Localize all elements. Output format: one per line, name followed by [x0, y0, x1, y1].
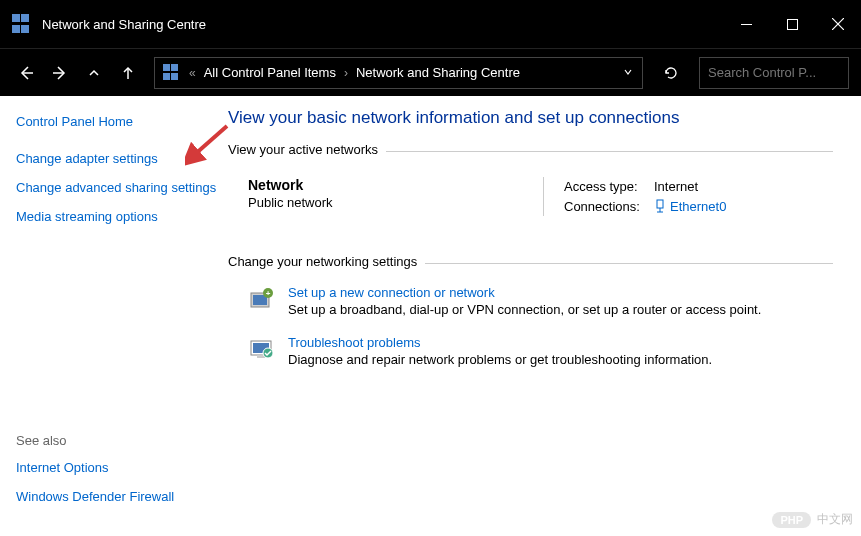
setup-connection-desc: Set up a broadband, dial-up or VPN conne… [288, 302, 761, 317]
control-panel-icon [163, 64, 181, 82]
svg-rect-9 [657, 200, 663, 208]
recent-button[interactable] [80, 59, 108, 87]
see-also-section: See also Internet Options Windows Defend… [16, 427, 218, 524]
change-settings-section: Change your networking settings + Set up… [228, 254, 833, 373]
breadcrumb-prefix: « [189, 66, 196, 80]
watermark-badge: PHP [772, 512, 811, 528]
ethernet-icon [654, 199, 666, 213]
window-title: Network and Sharing Centre [42, 17, 206, 32]
setup-connection-item: + Set up a new connection or network Set… [228, 279, 833, 323]
search-box[interactable] [699, 57, 849, 89]
change-settings-label: Change your networking settings [228, 254, 417, 269]
see-also-label: See also [16, 427, 218, 454]
access-type-row: Access type: Internet [564, 177, 833, 197]
breadcrumb-item-2[interactable]: Network and Sharing Centre [356, 65, 520, 80]
window-controls [723, 0, 861, 48]
address-dropdown[interactable] [622, 64, 634, 82]
refresh-button[interactable] [655, 57, 687, 89]
change-settings-header: Change your networking settings [228, 254, 833, 273]
setup-connection-link[interactable]: Set up a new connection or network [288, 285, 761, 300]
navbar: « All Control Panel Items › Network and … [0, 48, 861, 96]
troubleshoot-icon [248, 335, 276, 363]
access-type-label: Access type: [564, 177, 654, 197]
connections-row: Connections: Ethernet0 [564, 197, 833, 217]
content-area: Control Panel Home Change adapter settin… [0, 96, 861, 536]
network-type: Public network [248, 195, 543, 210]
forward-button[interactable] [46, 59, 74, 87]
active-network-row: Network Public network Access type: Inte… [228, 177, 833, 216]
troubleshoot-item: Troubleshoot problems Diagnose and repai… [228, 329, 833, 373]
change-adapter-settings-link[interactable]: Change adapter settings [16, 145, 218, 174]
troubleshoot-link[interactable]: Troubleshoot problems [288, 335, 712, 350]
connection-link[interactable]: Ethernet0 [654, 197, 726, 217]
watermark-text: 中文网 [817, 511, 853, 528]
up-button[interactable] [114, 59, 142, 87]
search-input[interactable] [708, 65, 861, 80]
divider [425, 263, 833, 264]
connections-label: Connections: [564, 197, 654, 217]
breadcrumb-item-1[interactable]: All Control Panel Items [204, 65, 336, 80]
change-advanced-sharing-link[interactable]: Change advanced sharing settings [16, 174, 218, 203]
access-type-value: Internet [654, 177, 698, 197]
control-panel-home-link[interactable]: Control Panel Home [16, 108, 218, 135]
svg-rect-1 [787, 19, 797, 29]
internet-options-link[interactable]: Internet Options [16, 454, 218, 483]
titlebar: Network and Sharing Centre [0, 0, 861, 48]
troubleshoot-desc: Diagnose and repair network problems or … [288, 352, 712, 367]
address-bar[interactable]: « All Control Panel Items › Network and … [154, 57, 643, 89]
close-button[interactable] [815, 0, 861, 48]
main-panel: View your basic network information and … [218, 96, 861, 536]
network-name: Network [248, 177, 543, 193]
divider [386, 151, 833, 152]
network-details: Access type: Internet Connections: Ether… [543, 177, 833, 216]
watermark: PHP 中文网 [772, 511, 853, 528]
active-networks-header: View your active networks [228, 142, 833, 161]
connection-name: Ethernet0 [670, 197, 726, 217]
setup-connection-icon: + [248, 285, 276, 313]
media-streaming-link[interactable]: Media streaming options [16, 203, 218, 232]
minimize-button[interactable] [723, 0, 769, 48]
app-icon [12, 14, 32, 34]
breadcrumb-separator: › [344, 66, 348, 80]
windows-defender-firewall-link[interactable]: Windows Defender Firewall [16, 483, 218, 512]
maximize-button[interactable] [769, 0, 815, 48]
active-networks-label: View your active networks [228, 142, 378, 157]
back-button[interactable] [12, 59, 40, 87]
svg-text:+: + [266, 289, 271, 298]
sidebar-tasks: Change adapter settings Change advanced … [16, 145, 218, 232]
network-identity: Network Public network [248, 177, 543, 216]
sidebar: Control Panel Home Change adapter settin… [0, 96, 218, 536]
page-heading: View your basic network information and … [228, 108, 833, 128]
